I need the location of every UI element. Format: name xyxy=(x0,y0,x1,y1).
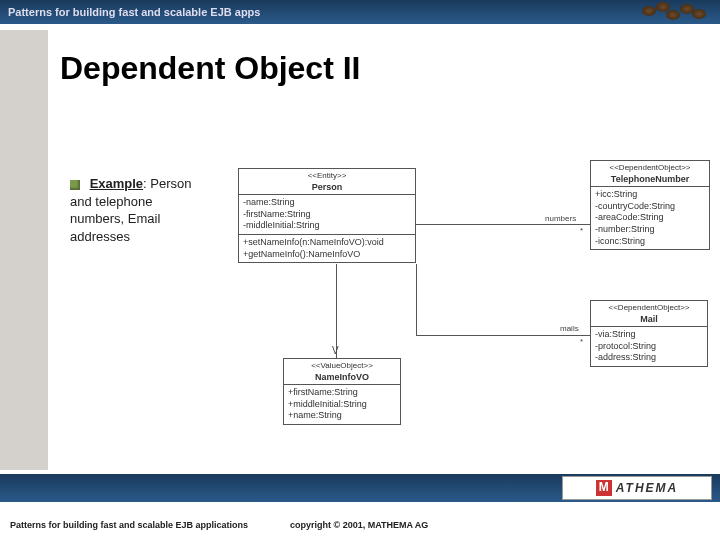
connector xyxy=(336,264,337,358)
bullet-label: Example xyxy=(90,176,143,191)
bullet-text: Example: Person and telephone numbers, E… xyxy=(70,175,210,245)
uml-person: <<Entity>> Person -name:String -firstNam… xyxy=(238,168,416,263)
uml-attr: -middleInitial:String xyxy=(243,220,411,232)
header-decoration xyxy=(642,2,712,22)
uml-attr: -areaCode:String xyxy=(595,212,705,224)
uml-op: +setNameInfo(n:NameInfoVO):void xyxy=(243,237,411,249)
uml-class-name: NameInfoVO xyxy=(284,370,400,385)
uml-attr: -number:String xyxy=(595,224,705,236)
assoc-mult: * xyxy=(580,226,583,235)
connector xyxy=(416,224,590,225)
uml-attr: +middleInitial:String xyxy=(288,399,396,411)
uml-attr: -via:String xyxy=(595,329,703,341)
uml-ops: +setNameInfo(n:NameInfoVO):void +getName… xyxy=(239,235,415,262)
slide-title: Dependent Object II xyxy=(60,50,360,87)
divider xyxy=(0,24,720,30)
connector xyxy=(416,335,590,336)
uml-stereo: <<DependentObject>> xyxy=(591,301,707,312)
uml-attr: -countryCode:String xyxy=(595,201,705,213)
uml-attr: +firstName:String xyxy=(288,387,396,399)
uml-attr: -name:String xyxy=(243,197,411,209)
uml-stereo: <<ValueObject>> xyxy=(284,359,400,370)
uml-attrs: +firstName:String +middleInitial:String … xyxy=(284,385,400,424)
uml-phone: <<DependentObject>> TelephoneNumber +icc… xyxy=(590,160,710,250)
uml-attr: +icc:String xyxy=(595,189,705,201)
logo-text: ATHEMA xyxy=(616,481,678,495)
uml-class-name: Person xyxy=(239,180,415,195)
uml-class-name: TelephoneNumber xyxy=(591,172,709,187)
assoc-mult: * xyxy=(580,337,583,346)
uml-class-name: Mail xyxy=(591,312,707,327)
uml-attrs: -name:String -firstName:String -middleIn… xyxy=(239,195,415,235)
connector xyxy=(416,264,417,336)
uml-attrs: +icc:String -countryCode:String -areaCod… xyxy=(591,187,709,249)
uml-stereo: <<DependentObject>> xyxy=(591,161,709,172)
assoc-label: mails xyxy=(560,324,579,333)
arrow-head: V xyxy=(332,345,339,356)
uml-attr: -firstName:String xyxy=(243,209,411,221)
uml-nameinfo: <<ValueObject>> NameInfoVO +firstName:St… xyxy=(283,358,401,425)
footer-left: Patterns for building fast and scalable … xyxy=(10,520,248,530)
header-title: Patterns for building fast and scalable … xyxy=(8,6,260,18)
header-bar: Patterns for building fast and scalable … xyxy=(0,0,720,24)
uml-attr: -iconc:String xyxy=(595,236,705,248)
assoc-label: numbers xyxy=(545,214,576,223)
logo-icon xyxy=(596,480,612,496)
uml-stereo: <<Entity>> xyxy=(239,169,415,180)
uml-op: +getNameInfo():NameInfoVO xyxy=(243,249,411,261)
uml-mail: <<DependentObject>> Mail -via:String -pr… xyxy=(590,300,708,367)
uml-attrs: -via:String -protocol:String -address:St… xyxy=(591,327,707,366)
uml-attr: -protocol:String xyxy=(595,341,703,353)
uml-attr: -address:String xyxy=(595,352,703,364)
logo: ATHEMA xyxy=(562,476,712,500)
uml-attr: +name:String xyxy=(288,410,396,422)
side-block xyxy=(0,30,48,470)
footer-right: copyright © 2001, MATHEMA AG xyxy=(290,520,428,530)
